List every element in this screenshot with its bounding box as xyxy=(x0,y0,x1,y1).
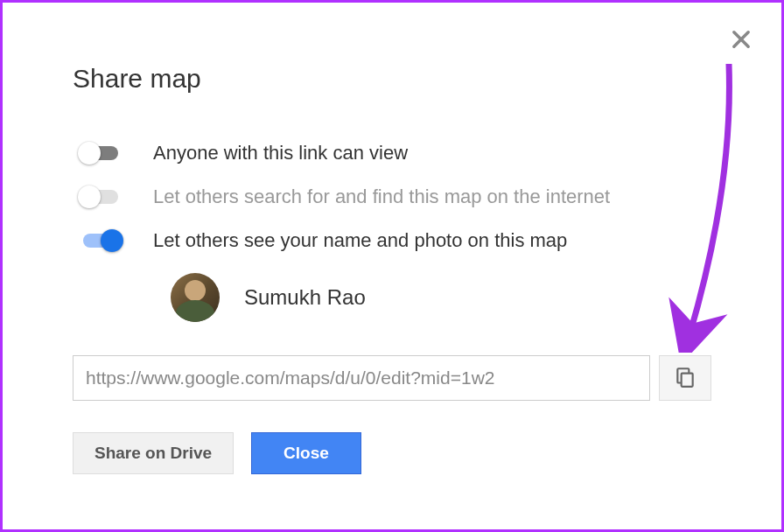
toggle-row-search: Let others search for and find this map … xyxy=(78,186,711,208)
share-url-row xyxy=(73,355,711,401)
profile-row: Sumukh Rao xyxy=(171,273,711,322)
close-icon[interactable] xyxy=(729,27,753,52)
svg-rect-2 xyxy=(682,373,693,386)
toggle-name-photo[interactable] xyxy=(78,230,123,251)
toggle-row-name-photo: Let others see your name and photo on th… xyxy=(78,229,711,252)
button-row: Share on Drive Close xyxy=(73,432,711,474)
toggle-label: Anyone with this link can view xyxy=(153,142,408,164)
copy-button[interactable] xyxy=(659,355,711,401)
dialog-title: Share map xyxy=(73,64,711,94)
close-button[interactable]: Close xyxy=(251,432,361,474)
avatar xyxy=(171,273,220,322)
profile-name: Sumukh Rao xyxy=(244,285,366,310)
toggle-row-link-view: Anyone with this link can view xyxy=(78,142,711,164)
share-map-dialog: Share map Anyone with this link can view… xyxy=(3,3,781,529)
share-url-input[interactable] xyxy=(73,355,650,401)
toggle-label: Let others search for and find this map … xyxy=(153,186,610,208)
toggle-label: Let others see your name and photo on th… xyxy=(153,229,567,252)
toggle-search-internet[interactable] xyxy=(78,186,123,207)
copy-icon xyxy=(674,366,696,391)
share-on-drive-button[interactable]: Share on Drive xyxy=(73,432,234,474)
toggle-anyone-link[interactable] xyxy=(78,143,123,164)
